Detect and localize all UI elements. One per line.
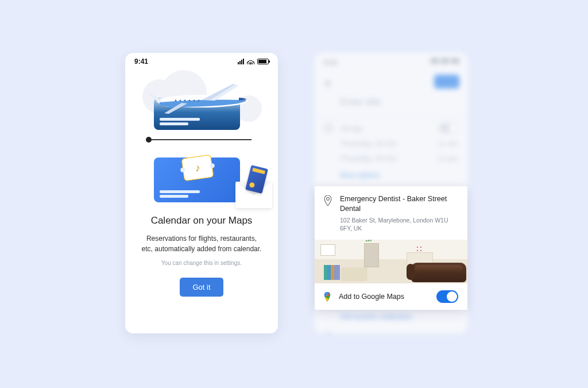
allday-toggle[interactable] <box>439 123 458 133</box>
place-photo[interactable] <box>315 240 467 283</box>
airplane-icon <box>147 82 256 116</box>
add-to-maps-row: Add to Google Maps <box>315 283 467 310</box>
save-button[interactable] <box>434 75 459 89</box>
close-icon[interactable]: ✕ <box>324 78 331 89</box>
onboarding-copy: Calendar on your Maps Reservations for f… <box>125 207 278 297</box>
status-icons <box>431 59 459 63</box>
got-it-button[interactable]: Got it <box>180 278 223 297</box>
illustration-timeline <box>148 139 252 140</box>
place-name: Emergency Dentist - Baker Street Dental <box>340 194 458 214</box>
video-conferencing-row[interactable]: Add video conferencing <box>340 332 418 333</box>
svg-point-1 <box>175 100 177 102</box>
svg-point-8 <box>326 294 328 296</box>
google-maps-pin-icon <box>324 292 332 302</box>
svg-point-4 <box>189 100 191 102</box>
onboarding-subtitle: Reservations for flights, restaurants, e… <box>138 233 265 254</box>
clock-icon <box>324 123 333 132</box>
start-time-row[interactable]: Thursday, 29 Oct 11 am <box>340 139 458 148</box>
add-to-maps-label: Add to Google Maps <box>339 293 436 301</box>
place-address: 102 Baker St, Marylebone, London W1U 6FY… <box>340 216 458 233</box>
onboarding-hint: You can change this in settings. <box>138 260 265 266</box>
onboarding-illustration: ♪ <box>125 70 278 207</box>
location-header[interactable]: Emergency Dentist - Baker Street Dental … <box>315 186 467 240</box>
svg-point-5 <box>194 100 195 102</box>
svg-point-6 <box>198 100 200 102</box>
svg-point-2 <box>180 100 181 102</box>
location-pin-icon <box>324 195 333 233</box>
cellular-icon <box>238 59 244 64</box>
end-time-row[interactable]: Thursday, 29 Oct 12 pm <box>340 154 458 163</box>
location-card: Emergency Dentist - Baker Street Dental … <box>315 186 467 310</box>
event-editor-phone: 9:41 ✕ Enter title All-day Thursday, 29 … <box>315 53 467 333</box>
ticket-icon: ♪ <box>181 155 214 182</box>
wifi-icon <box>247 59 254 64</box>
add-to-maps-toggle[interactable] <box>436 290 458 303</box>
onboarding-title: Calendar on your Maps <box>138 215 265 226</box>
title-input[interactable]: Enter title <box>340 97 381 108</box>
more-options-link[interactable]: More options <box>340 171 380 179</box>
status-icons <box>238 59 269 64</box>
svg-point-3 <box>184 100 186 102</box>
status-time: 9:41 <box>134 57 148 66</box>
onboarding-phone: 9:41 <box>125 53 278 333</box>
battery-icon <box>257 59 269 64</box>
status-bar: 9:41 <box>125 53 278 70</box>
status-time: 9:41 <box>324 59 338 67</box>
video-icon <box>325 332 332 333</box>
add-notification-link[interactable]: Add another notification <box>340 313 412 321</box>
